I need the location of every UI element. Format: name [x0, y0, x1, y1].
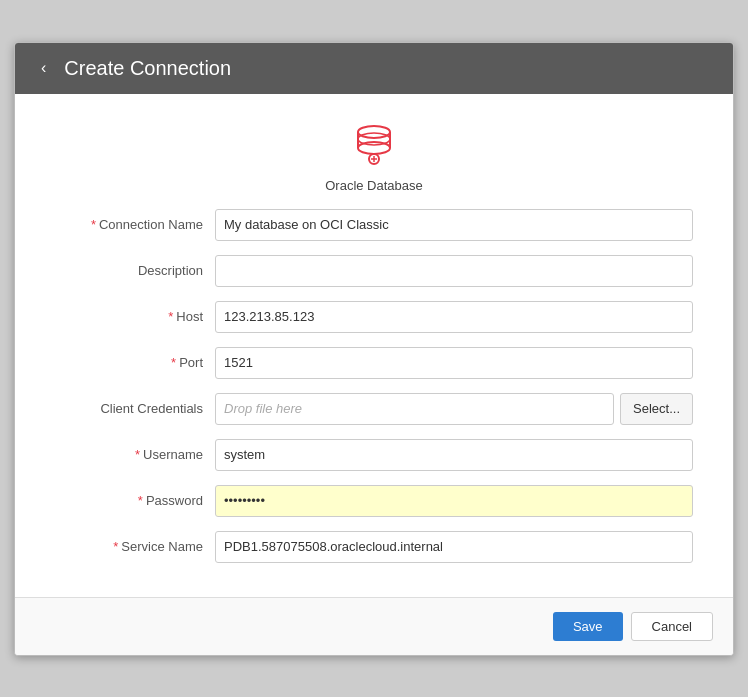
drop-file-zone[interactable]: Drop file here — [215, 393, 614, 425]
db-type-label: Oracle Database — [325, 178, 423, 193]
connection-name-label: *Connection Name — [55, 217, 215, 232]
description-input[interactable] — [215, 255, 693, 287]
connection-name-row: *Connection Name — [55, 209, 693, 241]
username-label: *Username — [55, 447, 215, 462]
dialog-footer: Save Cancel — [15, 597, 733, 655]
port-label: *Port — [55, 355, 215, 370]
client-credentials-label: Client Credentials — [55, 401, 215, 416]
password-label: *Password — [55, 493, 215, 508]
drop-file-text: Drop file here — [224, 401, 302, 416]
description-row: Description — [55, 255, 693, 287]
oracle-db-icon — [344, 114, 404, 174]
create-connection-dialog: ‹ Create Connection — [14, 42, 734, 656]
required-star: * — [91, 217, 96, 232]
host-label: *Host — [55, 309, 215, 324]
host-input[interactable] — [215, 301, 693, 333]
dialog-header: ‹ Create Connection — [15, 43, 733, 94]
save-button[interactable]: Save — [553, 612, 623, 641]
port-input[interactable] — [215, 347, 693, 379]
dialog-body: Oracle Database *Connection Name Descrip… — [15, 94, 733, 597]
cancel-button[interactable]: Cancel — [631, 612, 713, 641]
connection-name-input[interactable] — [215, 209, 693, 241]
select-file-button[interactable]: Select... — [620, 393, 693, 425]
password-input[interactable] — [215, 485, 693, 517]
back-button[interactable]: ‹ — [35, 57, 52, 79]
service-name-row: *Service Name — [55, 531, 693, 563]
db-icon-area: Oracle Database — [55, 114, 693, 193]
service-name-input[interactable] — [215, 531, 693, 563]
port-row: *Port — [55, 347, 693, 379]
svg-point-0 — [358, 126, 390, 138]
dialog-title: Create Connection — [64, 57, 231, 80]
host-row: *Host — [55, 301, 693, 333]
username-input[interactable] — [215, 439, 693, 471]
client-credentials-row: Client Credentials Drop file here Select… — [55, 393, 693, 425]
username-row: *Username — [55, 439, 693, 471]
description-label: Description — [55, 263, 215, 278]
credentials-group: Drop file here Select... — [215, 393, 693, 425]
password-row: *Password — [55, 485, 693, 517]
service-name-label: *Service Name — [55, 539, 215, 554]
